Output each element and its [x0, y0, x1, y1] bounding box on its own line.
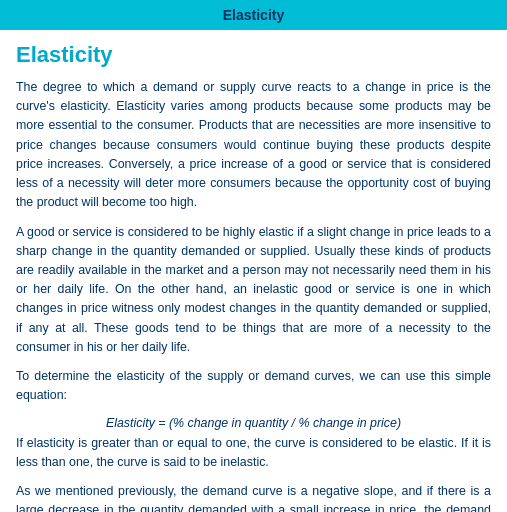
- paragraph-2: A good or service is considered to be hi…: [16, 223, 491, 358]
- content-area: Elasticity The degree to which a demand …: [0, 30, 507, 512]
- last-paragraph: As we mentioned previously, the demand c…: [16, 482, 491, 512]
- paragraph-3: To determine the elasticity of the suppl…: [16, 367, 491, 405]
- equation: Elasticity = (% change in quantity / % c…: [16, 416, 491, 430]
- main-heading: Elasticity: [16, 42, 491, 68]
- paragraph-1: The degree to which a demand or supply c…: [16, 78, 491, 213]
- after-equation: If elasticity is greater than or equal t…: [16, 434, 491, 472]
- title-bar: Elasticity: [0, 0, 507, 30]
- title-label: Elasticity: [223, 7, 284, 23]
